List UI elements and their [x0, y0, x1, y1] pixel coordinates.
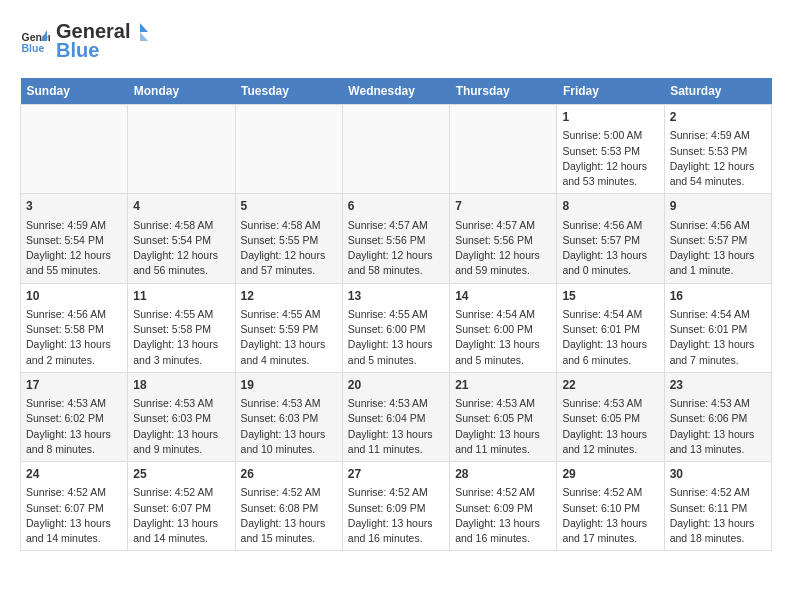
- day-info: Sunrise: 4:53 AM Sunset: 6:05 PM Dayligh…: [562, 396, 658, 457]
- day-info: Sunrise: 4:52 AM Sunset: 6:11 PM Dayligh…: [670, 485, 766, 546]
- calendar-week-row: 10Sunrise: 4:56 AM Sunset: 5:58 PM Dayli…: [21, 283, 772, 372]
- day-number: 18: [133, 377, 229, 394]
- day-number: 15: [562, 288, 658, 305]
- svg-marker-4: [140, 32, 148, 41]
- day-number: 24: [26, 466, 122, 483]
- day-number: 8: [562, 198, 658, 215]
- day-info: Sunrise: 4:58 AM Sunset: 5:54 PM Dayligh…: [133, 218, 229, 279]
- calendar-cell: 21Sunrise: 4:53 AM Sunset: 6:05 PM Dayli…: [450, 372, 557, 461]
- calendar-cell: 7Sunrise: 4:57 AM Sunset: 5:56 PM Daylig…: [450, 194, 557, 283]
- calendar-week-row: 1Sunrise: 5:00 AM Sunset: 5:53 PM Daylig…: [21, 105, 772, 194]
- day-number: 7: [455, 198, 551, 215]
- day-info: Sunrise: 4:58 AM Sunset: 5:55 PM Dayligh…: [241, 218, 337, 279]
- day-info: Sunrise: 4:54 AM Sunset: 6:01 PM Dayligh…: [562, 307, 658, 368]
- day-number: 22: [562, 377, 658, 394]
- logo: General Blue General Blue: [20, 20, 152, 62]
- day-number: 30: [670, 466, 766, 483]
- day-number: 20: [348, 377, 444, 394]
- day-info: Sunrise: 4:53 AM Sunset: 6:05 PM Dayligh…: [455, 396, 551, 457]
- calendar-cell: 5Sunrise: 4:58 AM Sunset: 5:55 PM Daylig…: [235, 194, 342, 283]
- day-number: 19: [241, 377, 337, 394]
- day-number: 6: [348, 198, 444, 215]
- day-number: 28: [455, 466, 551, 483]
- day-number: 16: [670, 288, 766, 305]
- day-number: 3: [26, 198, 122, 215]
- calendar-cell: 8Sunrise: 4:56 AM Sunset: 5:57 PM Daylig…: [557, 194, 664, 283]
- day-info: Sunrise: 4:56 AM Sunset: 5:57 PM Dayligh…: [670, 218, 766, 279]
- logo-arrow-icon: [130, 21, 152, 43]
- day-info: Sunrise: 4:53 AM Sunset: 6:03 PM Dayligh…: [241, 396, 337, 457]
- day-info: Sunrise: 4:53 AM Sunset: 6:06 PM Dayligh…: [670, 396, 766, 457]
- weekday-header: Sunday: [21, 78, 128, 105]
- calendar-week-row: 17Sunrise: 4:53 AM Sunset: 6:02 PM Dayli…: [21, 372, 772, 461]
- day-number: 10: [26, 288, 122, 305]
- day-number: 29: [562, 466, 658, 483]
- calendar-cell: 15Sunrise: 4:54 AM Sunset: 6:01 PM Dayli…: [557, 283, 664, 372]
- calendar-cell: 30Sunrise: 4:52 AM Sunset: 6:11 PM Dayli…: [664, 462, 771, 551]
- day-info: Sunrise: 5:00 AM Sunset: 5:53 PM Dayligh…: [562, 128, 658, 189]
- calendar-cell: 16Sunrise: 4:54 AM Sunset: 6:01 PM Dayli…: [664, 283, 771, 372]
- weekday-header: Monday: [128, 78, 235, 105]
- day-number: 4: [133, 198, 229, 215]
- day-number: 23: [670, 377, 766, 394]
- day-number: 11: [133, 288, 229, 305]
- day-number: 1: [562, 109, 658, 126]
- day-number: 25: [133, 466, 229, 483]
- calendar-cell: [450, 105, 557, 194]
- calendar-cell: 23Sunrise: 4:53 AM Sunset: 6:06 PM Dayli…: [664, 372, 771, 461]
- calendar-cell: 22Sunrise: 4:53 AM Sunset: 6:05 PM Dayli…: [557, 372, 664, 461]
- svg-marker-3: [140, 23, 148, 32]
- calendar-cell: 19Sunrise: 4:53 AM Sunset: 6:03 PM Dayli…: [235, 372, 342, 461]
- day-info: Sunrise: 4:52 AM Sunset: 6:09 PM Dayligh…: [455, 485, 551, 546]
- calendar-cell: 13Sunrise: 4:55 AM Sunset: 6:00 PM Dayli…: [342, 283, 449, 372]
- day-number: 14: [455, 288, 551, 305]
- calendar-table: SundayMondayTuesdayWednesdayThursdayFrid…: [20, 78, 772, 551]
- day-info: Sunrise: 4:56 AM Sunset: 5:58 PM Dayligh…: [26, 307, 122, 368]
- day-number: 9: [670, 198, 766, 215]
- day-number: 26: [241, 466, 337, 483]
- weekday-header: Saturday: [664, 78, 771, 105]
- day-info: Sunrise: 4:52 AM Sunset: 6:09 PM Dayligh…: [348, 485, 444, 546]
- svg-text:Blue: Blue: [22, 42, 45, 54]
- calendar-cell: 25Sunrise: 4:52 AM Sunset: 6:07 PM Dayli…: [128, 462, 235, 551]
- calendar-cell: 6Sunrise: 4:57 AM Sunset: 5:56 PM Daylig…: [342, 194, 449, 283]
- day-info: Sunrise: 4:56 AM Sunset: 5:57 PM Dayligh…: [562, 218, 658, 279]
- day-info: Sunrise: 4:54 AM Sunset: 6:01 PM Dayligh…: [670, 307, 766, 368]
- day-number: 13: [348, 288, 444, 305]
- calendar-cell: 14Sunrise: 4:54 AM Sunset: 6:00 PM Dayli…: [450, 283, 557, 372]
- day-info: Sunrise: 4:55 AM Sunset: 5:58 PM Dayligh…: [133, 307, 229, 368]
- calendar-week-row: 3Sunrise: 4:59 AM Sunset: 5:54 PM Daylig…: [21, 194, 772, 283]
- day-info: Sunrise: 4:55 AM Sunset: 6:00 PM Dayligh…: [348, 307, 444, 368]
- weekday-header: Thursday: [450, 78, 557, 105]
- calendar-cell: [235, 105, 342, 194]
- day-info: Sunrise: 4:52 AM Sunset: 6:07 PM Dayligh…: [26, 485, 122, 546]
- calendar-cell: [342, 105, 449, 194]
- day-info: Sunrise: 4:53 AM Sunset: 6:02 PM Dayligh…: [26, 396, 122, 457]
- day-info: Sunrise: 4:53 AM Sunset: 6:04 PM Dayligh…: [348, 396, 444, 457]
- calendar-cell: 20Sunrise: 4:53 AM Sunset: 6:04 PM Dayli…: [342, 372, 449, 461]
- day-number: 21: [455, 377, 551, 394]
- logo-icon: General Blue: [20, 26, 50, 56]
- day-info: Sunrise: 4:52 AM Sunset: 6:07 PM Dayligh…: [133, 485, 229, 546]
- calendar-cell: [128, 105, 235, 194]
- calendar-cell: 4Sunrise: 4:58 AM Sunset: 5:54 PM Daylig…: [128, 194, 235, 283]
- calendar-cell: 3Sunrise: 4:59 AM Sunset: 5:54 PM Daylig…: [21, 194, 128, 283]
- day-info: Sunrise: 4:53 AM Sunset: 6:03 PM Dayligh…: [133, 396, 229, 457]
- calendar-cell: 10Sunrise: 4:56 AM Sunset: 5:58 PM Dayli…: [21, 283, 128, 372]
- calendar-cell: 27Sunrise: 4:52 AM Sunset: 6:09 PM Dayli…: [342, 462, 449, 551]
- calendar-cell: 2Sunrise: 4:59 AM Sunset: 5:53 PM Daylig…: [664, 105, 771, 194]
- calendar-cell: 24Sunrise: 4:52 AM Sunset: 6:07 PM Dayli…: [21, 462, 128, 551]
- day-info: Sunrise: 4:55 AM Sunset: 5:59 PM Dayligh…: [241, 307, 337, 368]
- calendar-cell: 28Sunrise: 4:52 AM Sunset: 6:09 PM Dayli…: [450, 462, 557, 551]
- day-number: 27: [348, 466, 444, 483]
- calendar-cell: 9Sunrise: 4:56 AM Sunset: 5:57 PM Daylig…: [664, 194, 771, 283]
- weekday-header: Tuesday: [235, 78, 342, 105]
- calendar-cell: 17Sunrise: 4:53 AM Sunset: 6:02 PM Dayli…: [21, 372, 128, 461]
- day-info: Sunrise: 4:57 AM Sunset: 5:56 PM Dayligh…: [455, 218, 551, 279]
- day-info: Sunrise: 4:57 AM Sunset: 5:56 PM Dayligh…: [348, 218, 444, 279]
- weekday-header: Friday: [557, 78, 664, 105]
- calendar-cell: [21, 105, 128, 194]
- day-info: Sunrise: 4:52 AM Sunset: 6:08 PM Dayligh…: [241, 485, 337, 546]
- weekday-header: Wednesday: [342, 78, 449, 105]
- calendar-cell: 12Sunrise: 4:55 AM Sunset: 5:59 PM Dayli…: [235, 283, 342, 372]
